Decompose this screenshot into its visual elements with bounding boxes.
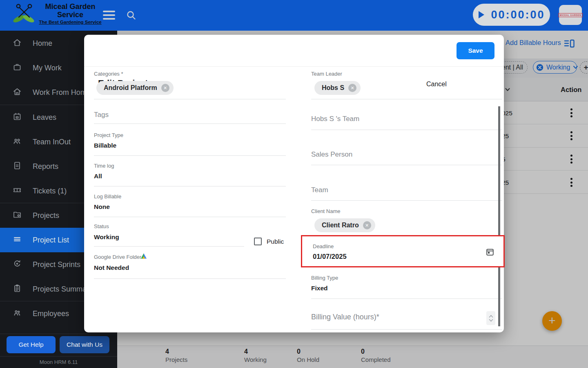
search-icon[interactable] xyxy=(126,10,136,22)
field-divider xyxy=(311,99,502,99)
sidebar-item-label: Employees xyxy=(33,310,69,318)
field-divider xyxy=(311,329,502,330)
team-input[interactable]: Team xyxy=(311,186,328,194)
sidebar-item-label: Project List xyxy=(33,236,69,245)
sales-person-input[interactable]: Sales Person xyxy=(311,150,352,159)
sidebar-divider xyxy=(0,356,117,357)
brand-logo-block[interactable]: Miceal Garden Service The Best Gardening… xyxy=(8,1,102,30)
project-folder-icon xyxy=(12,210,22,221)
sidebar-item-label: My Work xyxy=(33,64,62,72)
field-divider xyxy=(94,278,286,279)
google-drive-icon xyxy=(140,253,147,261)
field-divider xyxy=(94,123,286,124)
sidebar-item-label: Reports xyxy=(33,162,58,171)
employees-icon xyxy=(12,308,22,319)
sidebar-divider xyxy=(0,334,117,334)
field-divider xyxy=(94,155,286,156)
sidebar-item-label: Leaves xyxy=(33,113,56,122)
status-select[interactable]: Working xyxy=(94,233,119,241)
sidebar-item-label: Project Sprints xyxy=(33,260,80,269)
deadline-input[interactable]: 01/07/2025 xyxy=(313,253,347,260)
sidebar-item-label: Projects xyxy=(33,211,59,220)
timer-value: 00:00:00 xyxy=(491,9,545,21)
number-stepper-icon[interactable] xyxy=(486,311,495,325)
public-label: Public xyxy=(267,238,284,245)
house-door-icon xyxy=(12,87,22,98)
avatar-label: MICEAL GARDEN xyxy=(558,13,583,17)
cancel-button[interactable]: Cancel xyxy=(426,81,447,88)
gdrive-select[interactable]: Not Needed xyxy=(94,264,129,272)
chip-label: Client Ratro xyxy=(322,222,359,229)
log-billable-label: Log Billable xyxy=(94,193,121,200)
chip-label: Hobs S xyxy=(322,84,344,92)
modal-divider xyxy=(84,66,504,67)
modal-scrollbar[interactable] xyxy=(498,106,500,326)
home-icon xyxy=(12,38,22,49)
brand-title: Miceal Garden Service xyxy=(38,2,102,19)
time-log-label: Time log xyxy=(94,163,114,169)
calendar-icon xyxy=(12,112,22,123)
client-chip[interactable]: Client Ratro ✕ xyxy=(314,218,375,232)
sidebar-item-label: Work From Home xyxy=(33,88,91,97)
chat-with-us-button[interactable]: Chat with Us xyxy=(60,336,109,353)
field-divider xyxy=(311,298,502,299)
field-divider xyxy=(94,217,286,217)
play-icon[interactable] xyxy=(478,10,485,19)
remove-icon[interactable]: ✕ xyxy=(161,84,169,92)
avatar[interactable]: MICEAL GARDEN xyxy=(559,5,582,25)
sidebar-item-label: Tickets (1) xyxy=(33,187,67,195)
menu-hamburger-icon[interactable] xyxy=(103,11,115,20)
remove-icon[interactable]: ✕ xyxy=(363,221,371,229)
project-type-label: Project Type xyxy=(94,132,123,138)
ticket-icon xyxy=(12,185,22,197)
time-log-select[interactable]: All xyxy=(94,173,102,180)
team-members-input[interactable]: Hobs S 's Team xyxy=(311,115,359,123)
team-icon xyxy=(12,136,22,148)
field-divider xyxy=(94,246,244,247)
log-billable-select[interactable]: None xyxy=(94,203,110,211)
clipboard-icon xyxy=(12,283,22,295)
field-divider xyxy=(311,165,502,165)
sidebar-item-label: Home xyxy=(33,39,52,48)
field-divider xyxy=(94,99,286,99)
field-divider xyxy=(311,200,502,201)
list-icon xyxy=(12,234,22,246)
billing-type-label: Billing Type xyxy=(311,275,338,281)
report-document-icon xyxy=(12,161,22,172)
get-help-button[interactable]: Get Help xyxy=(7,336,56,353)
brand-text: Miceal Garden Service The Best Gardening… xyxy=(38,2,102,25)
sidebar-item-label: Team InOut xyxy=(33,138,71,146)
field-divider xyxy=(94,186,286,186)
sprint-cycle-icon xyxy=(12,259,22,270)
garden-shears-logo-icon xyxy=(11,2,37,27)
time-tracker-widget[interactable]: 00:00:00 xyxy=(473,4,550,26)
calendar-icon[interactable] xyxy=(486,247,494,258)
public-checkbox[interactable] xyxy=(254,238,262,245)
client-name-label: Client Name xyxy=(311,208,341,214)
field-divider xyxy=(311,130,502,130)
top-header: Miceal Garden Service The Best Gardening… xyxy=(0,0,588,31)
project-type-select[interactable]: Billable xyxy=(94,142,116,149)
app-root: Add Billable Hours ent | All Working + A… xyxy=(0,0,588,368)
billing-type-select[interactable]: Fixed xyxy=(311,285,327,292)
status-label: Status xyxy=(94,223,109,229)
categories-label: Categories * xyxy=(94,71,123,77)
edit-project-modal: Edit Project Cancel Save Categories * An… xyxy=(84,35,504,332)
deadline-label: Deadline xyxy=(313,243,334,249)
chip-label: Android Platform xyxy=(104,84,157,92)
deadline-field-highlight: Deadline 01/07/2025 xyxy=(301,235,505,267)
save-button[interactable]: Save xyxy=(457,42,494,59)
remove-icon[interactable]: ✕ xyxy=(348,84,356,92)
categories-chip[interactable]: Android Platform ✕ xyxy=(96,81,174,95)
app-version: Moon HRM 6.11 xyxy=(0,359,117,365)
gdrive-label: Google Drive Folder xyxy=(94,254,141,260)
brand-tagline: The Best Gardening Service xyxy=(38,20,102,25)
billing-value-input[interactable]: Billing Value (hours)* xyxy=(311,313,379,321)
tags-input[interactable]: Tags xyxy=(94,111,109,119)
team-leader-label: Team Leader xyxy=(311,71,342,77)
team-leader-chip[interactable]: Hobs S ✕ xyxy=(314,81,361,95)
briefcase-icon xyxy=(12,62,22,74)
sidebar-item-label: Projects Summary xyxy=(33,285,93,294)
